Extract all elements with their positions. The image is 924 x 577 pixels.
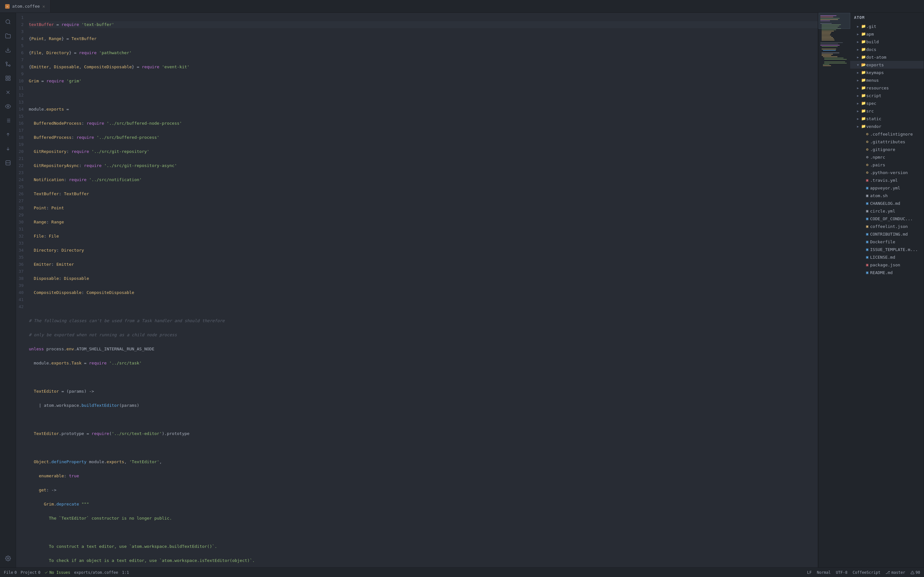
code-line: {Emitter, Disposable, CompositeDisposabl… (29, 63, 818, 71)
folder-dot-atom-icon: 📁 (861, 55, 866, 59)
activity-list[interactable] (2, 114, 15, 127)
activity-git[interactable] (2, 58, 15, 71)
code-line: GitRepositoryAsync: require '../src/git-… (29, 162, 818, 169)
status-indent-mode[interactable]: Normal (817, 570, 830, 575)
tree-item-script[interactable]: ▶ 📁 script (850, 92, 924, 99)
tree-item-atom-sh[interactable]: ▣ atom.sh (850, 192, 924, 199)
activity-close[interactable] (2, 86, 15, 99)
tree-label-npmrc: .npmrc (870, 155, 924, 160)
tree-item-changelog-md[interactable]: ▣ CHANGELOG.md (850, 199, 924, 207)
activity-download[interactable] (2, 44, 15, 56)
tree-item-license-md[interactable]: ▣ LICENSE.md (850, 253, 924, 261)
status-position-label: 1:1 (122, 570, 129, 575)
tree-item-issue-template[interactable]: ▣ ISSUE_TEMPLATE.m... (850, 245, 924, 253)
folder-script-icon: 📁 (861, 93, 866, 98)
tree-item-static[interactable]: ▶ 📁 static (850, 115, 924, 122)
code-line: To check if an object is a text editor, … (29, 557, 818, 564)
tree-item-spec[interactable]: ▶ 📁 spec (850, 99, 924, 107)
status-git-branch[interactable]: ⎇ master (885, 570, 905, 575)
svg-rect-39 (822, 37, 833, 38)
tree-header: atom (850, 13, 924, 23)
tree-item-readme-md[interactable]: ▣ README.md (850, 269, 924, 276)
tab-atom-coffee[interactable]: ☕ atom.coffee × (0, 0, 51, 13)
activity-grid[interactable] (2, 156, 15, 169)
check-icon (44, 571, 48, 574)
code-line: get: -> (29, 487, 818, 494)
status-position[interactable]: 1:1 (122, 570, 129, 575)
svg-rect-43 (821, 44, 838, 44)
appveyor-yml-icon: ▣ (864, 185, 870, 190)
tree-label-license-md: LICENSE.md (870, 255, 924, 259)
tree-item-vendor[interactable]: ▶ 📁 vendor (850, 122, 924, 130)
svg-rect-52 (824, 58, 843, 58)
activity-search[interactable] (2, 15, 15, 28)
tree-label-gitignore: .gitignore (870, 147, 924, 152)
tree-item-resources[interactable]: ▶ 📁 resources (850, 84, 924, 92)
tree-item-apm[interactable]: ▶ 📁 apm (850, 30, 924, 38)
tree-item-npmrc[interactable]: ⚙ .npmrc (850, 153, 924, 161)
tab-close-button[interactable]: × (42, 4, 45, 9)
code-line: Directory: Directory (29, 247, 818, 254)
tree-label-issue-template: ISSUE_TEMPLATE.m... (870, 247, 924, 252)
tree-item-code-of-conduct[interactable]: ▣ CODE_OF_CONDUC... (850, 215, 924, 222)
svg-rect-34 (822, 31, 834, 31)
status-encoding[interactable]: UTF-8 (836, 570, 847, 575)
code-content[interactable]: 12345 678910 1112131415 1617181920 21222… (16, 13, 818, 567)
status-project[interactable]: Project 0 (21, 570, 40, 575)
tree-label-static: static (866, 116, 924, 121)
code-line: File: File (29, 233, 818, 240)
tree-item-circle-yml[interactable]: ▣ circle.yml (850, 207, 924, 215)
status-issues[interactable]: No Issues (44, 570, 70, 575)
status-filepath-label: exports/atom.coffee (74, 570, 118, 575)
code-line (29, 529, 818, 536)
code-of-conduct-icon: ▣ (864, 216, 870, 221)
tree-item-dot-atom[interactable]: ▶ 📁 dot-atom (850, 53, 924, 61)
tree-item-dockerfile[interactable]: ▣ Dockerfile (850, 238, 924, 245)
code-lines[interactable]: textBuffer = require 'text-buffer' {Poin… (27, 14, 818, 566)
status-grammar[interactable]: CoffeeScript (853, 570, 880, 575)
svg-rect-40 (822, 39, 834, 39)
status-bar-left: File 0 Project 0 No Issues exports/atom.… (4, 570, 129, 575)
status-bar-right: LF Normal UTF-8 CoffeeScript ⎇ master 90 (807, 570, 920, 575)
tree-label-changelog-md: CHANGELOG.md (870, 201, 924, 206)
tree-item-pairs[interactable]: ⚙ .pairs (850, 161, 924, 169)
git-branch-icon: ⎇ (885, 570, 890, 575)
status-line-ending[interactable]: LF (807, 570, 812, 575)
tree-item-appveyor-yml[interactable]: ▣ appveyor.yml (850, 184, 924, 192)
status-grammar-label: CoffeeScript (853, 570, 880, 575)
code-line: | atom.workspace.buildTextEditor(params) (29, 402, 818, 409)
tree-item-package-json[interactable]: ▣ package.json (850, 261, 924, 269)
activity-download2[interactable] (2, 142, 15, 155)
tree-item-keymaps[interactable]: ▶ 📁 keymaps (850, 69, 924, 76)
code-line: Emitter: Emitter (29, 261, 818, 268)
tree-item-gitattributes[interactable]: ⚙ .gitattributes (850, 138, 924, 145)
tree-item-build[interactable]: ▶ 📁 build (850, 38, 924, 45)
activity-eye[interactable] (2, 100, 15, 113)
activity-extensions[interactable] (2, 72, 15, 85)
tree-item-menus[interactable]: ▶ 📁 menus (850, 76, 924, 84)
tree-item-docs[interactable]: ▶ 📁 docs (850, 45, 924, 53)
status-filepath[interactable]: exports/atom.coffee (74, 570, 118, 575)
activity-files[interactable] (2, 29, 15, 42)
status-file[interactable]: File 0 (4, 570, 17, 575)
svg-rect-8 (6, 79, 7, 81)
tree-item-coffeelint-json[interactable]: ▣ coffeelint.json (850, 222, 924, 230)
tree-item-exports[interactable]: ▼ 📂 exports (850, 61, 924, 69)
tree-item-coffeelintignore[interactable]: ⚙ .coffeelintignore (850, 130, 924, 138)
svg-rect-51 (823, 56, 837, 57)
tree-item-python-version[interactable]: ⚙ .python-version (850, 169, 924, 176)
tree-item-travis-yml[interactable]: ▣ .travis.yml (850, 176, 924, 184)
tab-bar: ☕ atom.coffee × (0, 0, 924, 13)
svg-rect-47 (823, 50, 836, 51)
activity-upload[interactable] (2, 128, 15, 141)
tree-item-git[interactable]: ▶ 📁 .git (850, 23, 924, 30)
tree-label-pairs: .pairs (870, 163, 924, 167)
coffeelintignore-icon: ⚙ (864, 132, 870, 136)
folder-static-icon: 📁 (861, 116, 866, 121)
tree-item-src[interactable]: ▶ 📁 src (850, 107, 924, 115)
tree-item-contributing-md[interactable]: ▣ CONTRIBUTING.md (850, 230, 924, 238)
status-issues-count[interactable]: 90 (911, 570, 920, 575)
code-editor[interactable]: 12345 678910 1112131415 1617181920 21222… (16, 13, 818, 567)
activity-settings[interactable] (2, 552, 15, 565)
tree-item-gitignore[interactable]: ⚙ .gitignore (850, 145, 924, 153)
